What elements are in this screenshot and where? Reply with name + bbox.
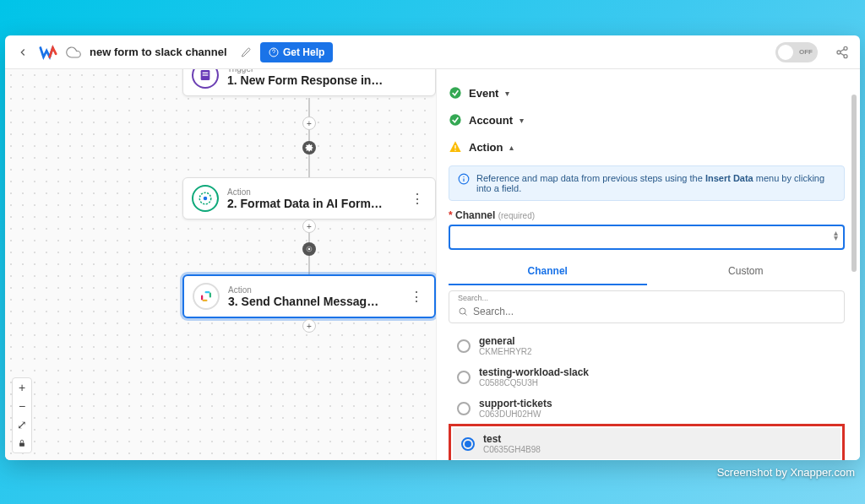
- stepper-arrows-icon[interactable]: ▴▾: [834, 230, 838, 241]
- svg-point-4: [844, 54, 847, 57]
- app-window: Get Help OFF Trigger 1. New Form Respons…: [5, 35, 860, 460]
- tab-custom[interactable]: Custom: [647, 258, 846, 285]
- section-account[interactable]: Account ▾: [449, 106, 845, 133]
- node-title: 2. Format Data in AI Form…: [227, 197, 399, 210]
- back-button[interactable]: [15, 45, 30, 60]
- picker-tabs: Channel Custom: [449, 258, 845, 285]
- svg-point-20: [449, 114, 460, 125]
- gear-icon[interactable]: [302, 242, 316, 256]
- svg-point-19: [449, 87, 460, 98]
- get-help-label: Get Help: [283, 46, 324, 58]
- radio-icon: [457, 371, 471, 384]
- svg-line-6: [841, 53, 845, 56]
- channel-option-list: general CKMEHRYR2 testing-workload-slack…: [449, 330, 845, 460]
- info-text: Reference and map data from previous ste…: [476, 173, 835, 193]
- check-icon: [449, 86, 462, 100]
- workflow-node-trigger[interactable]: Trigger 1. New Form Response in…: [182, 69, 436, 96]
- edit-icon[interactable]: [240, 46, 252, 58]
- zoom-in-button[interactable]: +: [13, 378, 31, 397]
- body: Trigger 1. New Form Response in… + Actio…: [5, 69, 860, 460]
- watermark-text: Screenshot by Xnapper.com: [717, 466, 855, 479]
- svg-rect-23: [454, 149, 455, 150]
- svg-rect-8: [203, 73, 209, 73]
- svg-line-28: [465, 313, 467, 316]
- forms-app-icon: [192, 69, 219, 89]
- header: Get Help OFF: [5, 35, 860, 69]
- cloud-sync-icon: [66, 45, 81, 60]
- channel-input[interactable]: [449, 225, 845, 250]
- chevron-down-icon: ▾: [505, 89, 509, 98]
- chevron-down-icon: ▾: [520, 116, 524, 125]
- check-icon: [449, 113, 462, 127]
- gear-icon[interactable]: [302, 141, 316, 154]
- config-panel: Event ▾ Account ▾ Action ▴: [436, 69, 860, 460]
- option-name: support-tickets: [479, 398, 552, 409]
- option-name: test: [483, 433, 541, 445]
- add-step-button[interactable]: +: [302, 319, 316, 333]
- annotation-highlight: test C0635GH4B98: [449, 424, 845, 460]
- channel-option-test[interactable]: test C0635GH4B98: [453, 428, 841, 459]
- toggle-knob: [778, 45, 793, 60]
- option-name: testing-workload-slack: [479, 366, 589, 378]
- chevron-up-icon: ▴: [509, 143, 514, 152]
- share-icon[interactable]: [835, 45, 850, 60]
- toggle-label: OFF: [799, 48, 813, 56]
- section-event[interactable]: Event ▾: [449, 79, 845, 106]
- help-icon: [269, 47, 279, 57]
- channel-search-input[interactable]: [473, 306, 835, 317]
- channel-field-label: * Channel (required): [449, 209, 845, 221]
- get-help-button[interactable]: Get Help: [260, 42, 333, 62]
- enable-toggle[interactable]: OFF: [775, 42, 818, 62]
- section-label: Action: [469, 141, 503, 154]
- node-type-label: Action: [227, 187, 399, 197]
- option-id: CKMEHRYR2: [479, 347, 532, 356]
- channel-option-general[interactable]: general CKMEHRYR2: [449, 330, 845, 361]
- svg-point-2: [844, 46, 847, 50]
- option-id: C063DUH02HW: [479, 409, 552, 419]
- radio-icon: [461, 437, 475, 451]
- workflow-title-input[interactable]: [90, 46, 231, 58]
- section-label: Event: [469, 87, 498, 100]
- section-action[interactable]: Action ▴: [449, 133, 845, 160]
- node-text: Trigger 1. New Form Response in…: [227, 69, 427, 87]
- channel-option-support[interactable]: support-tickets C063DUH02HW: [449, 393, 845, 424]
- search-label: Search...: [449, 291, 844, 302]
- warning-icon: [449, 140, 462, 154]
- svg-rect-9: [203, 74, 209, 75]
- svg-rect-16: [209, 293, 211, 298]
- workflow-node-action-1[interactable]: Action 2. Format Data in AI Form… ⋮: [182, 177, 436, 219]
- svg-rect-18: [19, 443, 24, 447]
- svg-point-12: [204, 197, 208, 201]
- radio-icon: [457, 402, 471, 415]
- svg-rect-15: [205, 291, 210, 293]
- info-banner: Reference and map data from previous ste…: [449, 165, 845, 201]
- svg-point-13: [308, 248, 311, 251]
- fit-view-button[interactable]: ⤢: [13, 415, 31, 434]
- node-menu-button[interactable]: ⋮: [407, 191, 427, 207]
- lock-view-button[interactable]: [13, 434, 31, 453]
- connector: [308, 98, 310, 178]
- canvas[interactable]: Trigger 1. New Form Response in… + Actio…: [5, 69, 436, 460]
- tab-channel[interactable]: Channel: [449, 258, 647, 285]
- svg-line-5: [841, 49, 845, 51]
- svg-point-26: [463, 176, 464, 177]
- node-type-label: Action: [228, 285, 398, 295]
- svg-point-27: [460, 308, 465, 314]
- zoom-out-button[interactable]: −: [13, 397, 31, 415]
- add-step-button[interactable]: +: [302, 117, 316, 130]
- channel-search-box: Search...: [449, 290, 845, 323]
- node-title: 3. Send Channel Messag…: [228, 295, 398, 308]
- node-title: 1. New Form Response in…: [227, 73, 427, 87]
- svg-rect-17: [203, 300, 208, 301]
- add-step-button[interactable]: +: [302, 219, 316, 233]
- search-icon: [458, 306, 468, 317]
- ai-format-app-icon: [192, 185, 219, 212]
- workflow-node-action-2[interactable]: Action 3. Send Channel Messag… ⋮: [182, 274, 436, 318]
- node-menu-button[interactable]: ⋮: [406, 289, 426, 305]
- node-text: Action 3. Send Channel Messag…: [228, 285, 398, 308]
- svg-rect-22: [454, 145, 455, 149]
- section-label: Account: [469, 114, 513, 127]
- svg-point-3: [837, 51, 841, 54]
- channel-option-testing[interactable]: testing-workload-slack C0588CQ5U3H: [449, 361, 845, 393]
- node-text: Action 2. Format Data in AI Form…: [227, 187, 399, 210]
